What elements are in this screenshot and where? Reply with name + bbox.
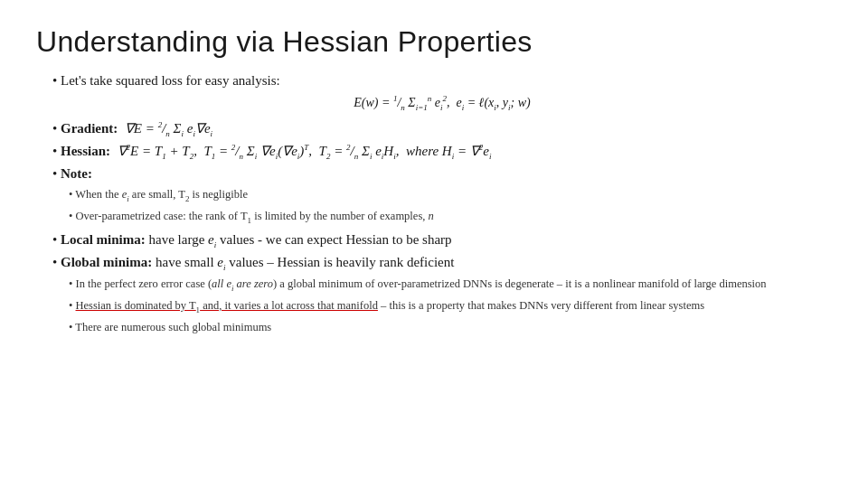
bullet-hessian: • Hessian: ∇2E = T1 + T2, T1 = 2/n Σi ∇e… <box>52 142 832 163</box>
bullet-note: • Note: <box>52 164 832 184</box>
global-subbullet-2: • Hessian is dominated by T1 and, it var… <box>69 297 832 316</box>
gradient-label: Gradient: <box>61 121 118 136</box>
bullet-gradient: • Gradient: ∇E = 2/n Σi ei∇ei <box>52 119 832 140</box>
hessian-formula: ∇2E = T1 + T2, T1 = 2/n Σi ∇ei(∇ei)T, T2… <box>118 144 492 158</box>
bullet-global-minima: • Global minima: have small ei values – … <box>52 253 832 274</box>
hessian-label: Hessian: <box>61 144 110 158</box>
note-label: Note: <box>61 166 92 181</box>
global-subbullet-1: • In the perfect zero error case (all ei… <box>69 276 832 295</box>
bullet-squared-loss: • Let's take squared loss for easy analy… <box>52 71 832 91</box>
global-subbullet-3: • There are numerous such global minimum… <box>69 319 832 336</box>
global-minima-label: Global minima: <box>61 255 152 269</box>
hessian-dominated-text: Hessian is dominated by T1 and, it varie… <box>76 299 378 312</box>
note-subbullet-1: • When the ei are small, T2 is negligibl… <box>69 186 832 205</box>
formula-ew: E(w) = 1/n Σi=1n ei2, ei = ℓ(xi, yi; w) <box>52 95 832 112</box>
note-subbullet-2: • Over-parametrized case: the rank of T1… <box>69 208 832 227</box>
page-title: Understanding via Hessian Properties <box>36 25 832 59</box>
bullet-prefix: • <box>52 73 61 88</box>
gradient-formula: ∇E = 2/n Σi ei∇ei <box>125 121 212 136</box>
bullet-local-minima: • Local minima: have large ei values - w… <box>52 230 832 251</box>
local-minima-label: Local minima: <box>61 232 146 247</box>
squared-loss-text: Let's take squared loss for easy analysi… <box>61 73 280 88</box>
